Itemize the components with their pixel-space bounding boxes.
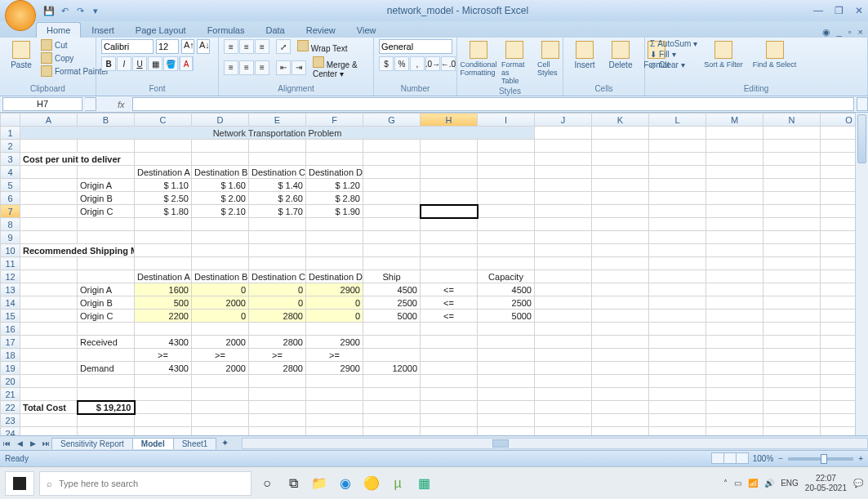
cell-G7[interactable] <box>363 205 421 218</box>
col-header-H[interactable]: H <box>421 114 478 127</box>
cell-J16[interactable] <box>535 323 592 336</box>
font-color-button[interactable]: A <box>179 56 194 71</box>
cells[interactable]: ABCDEFGHIJKLMNO 1Network Transportation … <box>0 113 855 435</box>
cell-A7[interactable] <box>20 205 78 218</box>
cell-E10[interactable] <box>249 244 306 257</box>
cell-O17[interactable] <box>821 336 856 349</box>
cell-G4[interactable] <box>363 166 421 179</box>
row-header-24[interactable]: 24 <box>1 427 20 436</box>
notifications-icon[interactable]: 💬 <box>853 479 863 488</box>
cell-E17[interactable]: 2800 <box>249 336 306 349</box>
cell-J19[interactable] <box>535 362 592 375</box>
cell-I22[interactable] <box>478 401 535 414</box>
cell-O5[interactable] <box>821 179 856 192</box>
cell-M19[interactable] <box>706 362 763 375</box>
cell-I4[interactable] <box>478 166 535 179</box>
cell-N10[interactable] <box>763 244 821 257</box>
cell-K3[interactable] <box>592 153 649 166</box>
ribbon-minimize-icon[interactable]: _ <box>837 27 842 38</box>
cell-H11[interactable] <box>421 257 478 270</box>
cell-M5[interactable] <box>706 179 763 192</box>
cell-M3[interactable] <box>706 153 763 166</box>
align-bottom[interactable]: ≡ <box>255 39 269 54</box>
cell-L14[interactable] <box>649 296 706 310</box>
cell-B8[interactable] <box>78 218 135 231</box>
cell-F17[interactable]: 2900 <box>306 336 363 349</box>
cell-E20[interactable] <box>249 375 306 388</box>
cell-L16[interactable] <box>649 323 706 336</box>
cell-F6[interactable]: $ 2.80 <box>306 192 363 205</box>
cell-A4[interactable] <box>20 166 78 179</box>
task-view-icon[interactable]: ⧉ <box>283 473 304 494</box>
cell-B18[interactable] <box>78 349 135 362</box>
cell-A17[interactable] <box>20 336 78 349</box>
cell-F21[interactable] <box>306 388 363 401</box>
cell-L17[interactable] <box>649 336 706 349</box>
cell-B15[interactable]: Origin C <box>78 310 135 323</box>
cell-J21[interactable] <box>535 388 592 401</box>
col-header-N[interactable]: N <box>763 114 821 127</box>
cell-J10[interactable] <box>535 244 592 257</box>
grow-font-icon[interactable]: A↑ <box>181 39 194 54</box>
cell-G2[interactable] <box>363 140 421 153</box>
cell-F11[interactable] <box>306 257 363 270</box>
cell-N18[interactable] <box>763 349 821 362</box>
cell-L23[interactable] <box>649 414 706 427</box>
conditional-formatting[interactable]: Conditional Formatting <box>462 39 495 78</box>
cell-I14[interactable]: 2500 <box>478 296 535 310</box>
cell-J24[interactable] <box>535 427 592 436</box>
cell-J15[interactable] <box>535 310 592 323</box>
row-header-16[interactable]: 16 <box>1 323 20 336</box>
cell-H2[interactable] <box>421 140 478 153</box>
taskbar-search[interactable]: ⌕ Type here to search <box>39 471 251 496</box>
cell-L9[interactable] <box>649 231 706 244</box>
clock[interactable]: 22:0720-05-2021 <box>805 474 847 493</box>
cell-C24[interactable] <box>135 427 192 436</box>
autosum-button[interactable]: Σ AutoSum ▾ <box>650 39 697 48</box>
edge-icon[interactable]: ◉ <box>335 473 356 494</box>
cell-N17[interactable] <box>763 336 821 349</box>
cell-I6[interactable] <box>478 192 535 205</box>
cell-E4[interactable]: Destination C <box>249 166 306 179</box>
sheet-nav-first[interactable]: ⏮ <box>0 439 13 448</box>
cell-C10[interactable] <box>135 244 192 257</box>
cell-J18[interactable] <box>535 349 592 362</box>
cell-I21[interactable] <box>478 388 535 401</box>
cell-K10[interactable] <box>592 244 649 257</box>
cell-H10[interactable] <box>421 244 478 257</box>
cell-I20[interactable] <box>478 375 535 388</box>
cell-O10[interactable] <box>821 244 856 257</box>
row-header-6[interactable]: 6 <box>1 192 20 205</box>
cell-J4[interactable] <box>535 166 592 179</box>
cell-I13[interactable]: 4500 <box>478 283 535 296</box>
cell-B6[interactable]: Origin B <box>78 192 135 205</box>
cell-I10[interactable] <box>478 244 535 257</box>
cell-O6[interactable] <box>821 192 856 205</box>
row-header-2[interactable]: 2 <box>1 140 20 153</box>
cell-O14[interactable] <box>821 296 856 310</box>
cell-B4[interactable] <box>78 166 135 179</box>
cell-A18[interactable] <box>20 349 78 362</box>
cell-C4[interactable]: Destination A <box>135 166 192 179</box>
sheet-tab-sensitivity[interactable]: Sensitivity Report <box>51 438 133 449</box>
align-center[interactable]: ≡ <box>239 60 254 75</box>
cell-A12[interactable] <box>20 270 78 283</box>
cell-E12[interactable]: Destination C <box>249 270 306 283</box>
name-box-dropdown[interactable] <box>85 97 96 111</box>
cell-B7[interactable]: Origin C <box>78 205 135 218</box>
cell-G14[interactable]: 2500 <box>363 296 421 310</box>
cell-L10[interactable] <box>649 244 706 257</box>
cell-H21[interactable] <box>421 388 478 401</box>
cell-F3[interactable] <box>306 153 363 166</box>
cell-A13[interactable] <box>20 283 78 296</box>
decrease-decimal[interactable]: ←.0 <box>441 56 456 71</box>
cell-K24[interactable] <box>592 427 649 436</box>
cell-D20[interactable] <box>192 375 249 388</box>
cell-F12[interactable]: Destination D <box>306 270 363 283</box>
cell-J20[interactable] <box>535 375 592 388</box>
cell-H15[interactable]: <= <box>421 310 478 323</box>
cell-L22[interactable] <box>649 401 706 414</box>
cell-F23[interactable] <box>306 414 363 427</box>
cell-C2[interactable] <box>135 140 192 153</box>
cell-H7[interactable] <box>421 205 478 218</box>
